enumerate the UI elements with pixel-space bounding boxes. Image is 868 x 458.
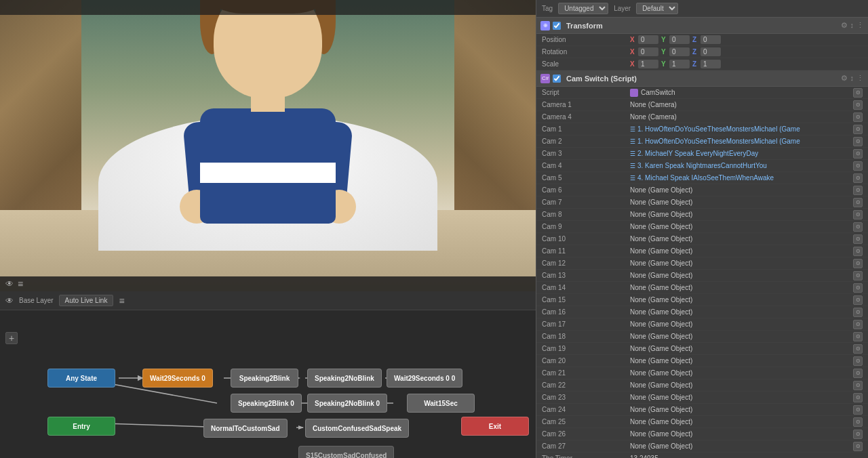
position-x-input[interactable]	[638, 35, 658, 44]
cam17-field: None (Game Object) ⊙	[630, 320, 863, 329]
cam11-dot-button[interactable]: ⊙	[853, 247, 863, 256]
cam17-dot-button[interactable]: ⊙	[853, 320, 863, 329]
cam25-dot-button[interactable]: ⊙	[853, 417, 863, 427]
cam-switch-enable[interactable]	[553, 75, 561, 83]
cam20-label: Cam 20	[542, 357, 630, 365]
tag-select[interactable]: Untagged	[558, 3, 608, 14]
menu-icon[interactable]: ≡	[18, 278, 23, 289]
cam1-dot-button[interactable]: ⊙	[853, 125, 863, 134]
cam-switch-header: C# Cam Switch (Script) ⚙ ↕ ⋮	[536, 70, 868, 87]
node-speaking2noblink[interactable]: Speaking2NoBlink	[307, 369, 382, 388]
camera4-dot-button[interactable]: ⊙	[853, 112, 863, 122]
rotation-y-input[interactable]	[669, 47, 690, 56]
char-stripe	[200, 163, 336, 183]
position-y-input[interactable]	[669, 35, 690, 44]
cam18-dot-button[interactable]: ⊙	[853, 332, 863, 341]
cam15-dot-button[interactable]: ⊙	[853, 295, 863, 305]
node-wait29s-0[interactable]: Wait29Seconds 0	[142, 369, 213, 388]
cam5-dot-button[interactable]: ⊙	[853, 173, 863, 183]
cam14-dot-button[interactable]: ⊙	[853, 283, 863, 293]
cam3-value: 2. MichaelY Speak EveryNightEveryDay	[637, 150, 758, 157]
eye-icon[interactable]: 👁	[5, 279, 14, 289]
cam9-dot-button[interactable]: ⊙	[853, 222, 863, 232]
cam12-value: None (Game Object)	[630, 259, 692, 267]
cam27-label: Cam 27	[542, 442, 630, 450]
cam3-dot-button[interactable]: ⊙	[853, 149, 863, 159]
eye-toggle[interactable]: 👁	[5, 296, 14, 306]
cs-expand-icon[interactable]: ↕	[850, 74, 854, 83]
cam23-dot-button[interactable]: ⊙	[853, 393, 863, 402]
animator-canvas[interactable]: Any State Wait29Seconds 0 Speaking2Blink…	[0, 310, 536, 458]
cam10-dot-button[interactable]: ⊙	[853, 234, 863, 244]
dot-icon[interactable]: ⋮	[856, 21, 864, 30]
rotation-z-input[interactable]	[701, 47, 721, 56]
cam-switch-component: C# Cam Switch (Script) ⚙ ↕ ⋮ Script CamS…	[536, 70, 868, 458]
timer-value: 13.24035	[630, 455, 863, 458]
cam4-label: Cam 4	[542, 162, 630, 169]
cam8-dot-button[interactable]: ⊙	[853, 210, 863, 220]
cam11-value: None (Game Object)	[630, 247, 692, 255]
node-entry[interactable]: Entry	[47, 417, 115, 436]
cam8-label: Cam 8	[542, 211, 630, 218]
cam22-dot-button[interactable]: ⊙	[853, 381, 863, 390]
cam12-dot-button[interactable]: ⊙	[853, 259, 863, 268]
scale-z-field: Z	[692, 60, 721, 68]
script-dot-button[interactable]: ⊙	[853, 88, 863, 98]
cam26-dot-button[interactable]: ⊙	[853, 430, 863, 439]
node-wait15sec[interactable]: Wait15Sec	[407, 394, 475, 413]
camera1-dot-button[interactable]: ⊙	[853, 100, 863, 110]
cam6-dot-button[interactable]: ⊙	[853, 186, 863, 195]
cam19-row: Cam 19 None (Game Object) ⊙	[536, 343, 868, 355]
cam16-dot-button[interactable]: ⊙	[853, 308, 863, 317]
transform-controls: ⚙ ↕ ⋮	[841, 21, 865, 30]
cam4-dot-button[interactable]: ⊙	[853, 161, 863, 171]
cam20-dot-button[interactable]: ⊙	[853, 356, 863, 366]
cam2-dot-button[interactable]: ⊙	[853, 137, 863, 146]
cam27-dot-button[interactable]: ⊙	[853, 442, 863, 451]
expand-icon[interactable]: ↕	[850, 21, 854, 30]
cam15-row: Cam 15 None (Game Object) ⊙	[536, 294, 868, 306]
position-label: Position	[542, 36, 630, 43]
cam7-value: None (Game Object)	[630, 199, 692, 206]
sy-label: Y	[661, 60, 668, 68]
cam1-label: Cam 1	[542, 125, 630, 133]
position-z-input[interactable]	[701, 35, 721, 44]
cs-dot-icon[interactable]: ⋮	[856, 74, 864, 83]
cam24-dot-button[interactable]: ⊙	[853, 405, 863, 415]
node-wait29s-00[interactable]: Wait29Seconds 0 0	[387, 369, 462, 388]
layer-select[interactable]: Default	[636, 3, 678, 14]
cam13-dot-button[interactable]: ⊙	[853, 271, 863, 280]
node-speaking2blink-0[interactable]: Speaking2Blink 0	[231, 394, 302, 413]
cs-settings-icon[interactable]: ⚙	[841, 74, 848, 83]
node-normal-to-custom-sad[interactable]: NormalToCustomSad	[203, 419, 288, 438]
node-speaking2blink[interactable]: Speaking2Blink	[231, 369, 298, 388]
node-s15custom[interactable]: S15CustomSadConfused	[298, 446, 394, 458]
settings-icon[interactable]: ⚙	[841, 21, 848, 30]
transform-enable[interactable]	[553, 22, 561, 30]
cam14-row: Cam 14 None (Game Object) ⊙	[536, 282, 868, 294]
scale-z-input[interactable]	[701, 60, 721, 68]
rotation-x-input[interactable]	[638, 47, 658, 56]
layer-label-inspector: Layer	[614, 5, 631, 12]
menu-toggle[interactable]: ≡	[119, 295, 124, 306]
cam7-dot-button[interactable]: ⊙	[853, 198, 863, 207]
node-speaking2noblink-0[interactable]: Speaking2NoBlink 0	[307, 394, 387, 413]
cam12-field: None (Game Object) ⊙	[630, 259, 863, 268]
cam6-value: None (Game Object)	[630, 186, 692, 194]
node-exit[interactable]: Exit	[461, 417, 529, 436]
cam21-dot-button[interactable]: ⊙	[853, 369, 863, 378]
cam26-row: Cam 26 None (Game Object) ⊙	[536, 428, 868, 440]
position-fields: X Y Z	[630, 35, 863, 44]
auto-live-link-button[interactable]: Auto Live Link	[59, 295, 114, 306]
cam9-value: None (Game Object)	[630, 223, 692, 230]
node-any-state[interactable]: Any State	[47, 369, 115, 388]
node-custom-confused-sad-speak[interactable]: CustomConfusedSadSpeak	[305, 419, 409, 438]
cam19-dot-button[interactable]: ⊙	[853, 344, 863, 354]
x-label: X	[630, 36, 637, 43]
cam5-value: 4. Michael Speak IAlsoSeeThemWhenAwake	[637, 174, 774, 182]
scale-y-input[interactable]	[669, 60, 690, 68]
cam4-ref: ☰ 3. Karen Speak NightmaresCannotHurtYou…	[630, 161, 863, 171]
scale-x-input[interactable]	[638, 60, 658, 68]
add-layer-button[interactable]: +	[5, 332, 18, 344]
cam12-label: Cam 12	[542, 259, 630, 267]
